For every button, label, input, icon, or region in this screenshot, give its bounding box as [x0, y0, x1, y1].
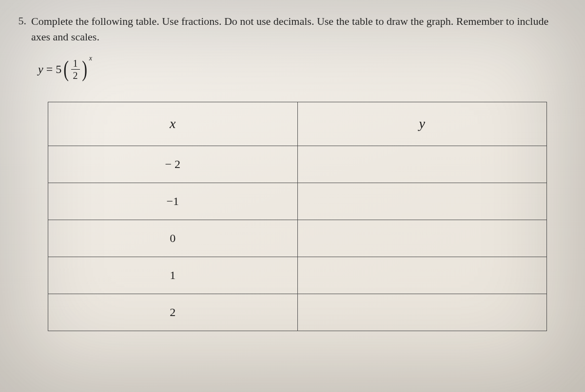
equation-parenthesized: ( 1 2 ) — [62, 58, 88, 80]
table-header-x: x — [48, 102, 298, 146]
question-number: 5. — [15, 14, 26, 27]
table-row: − 2 — [48, 146, 547, 183]
question-block: 5. Complete the following table. Use fra… — [15, 14, 561, 45]
equation-fraction: 1 2 — [71, 58, 80, 80]
cell-x: 2 — [48, 294, 298, 331]
table-row: −1 — [48, 183, 547, 220]
cell-y — [297, 294, 547, 331]
equation: y = 5 ( 1 2 ) x — [38, 58, 561, 80]
equation-exponent: x — [89, 55, 92, 62]
table-header-y: y — [297, 102, 547, 146]
right-paren: ) — [82, 60, 87, 78]
values-table: x y − 2 −1 0 1 — [48, 102, 547, 331]
equation-lhs: y — [38, 63, 43, 76]
question-text: Complete the following table. Use fracti… — [31, 14, 561, 45]
left-paren: ( — [64, 60, 69, 78]
cell-x: 0 — [48, 220, 298, 257]
cell-x: − 2 — [48, 146, 298, 183]
table-row: 2 — [48, 294, 547, 331]
fraction-denominator: 2 — [73, 70, 78, 80]
cell-x: −1 — [48, 183, 298, 220]
equation-coefficient: 5 — [56, 63, 61, 76]
cell-y — [297, 257, 547, 294]
page-content: 5. Complete the following table. Use fra… — [0, 0, 585, 346]
cell-y — [297, 146, 547, 183]
cell-y — [297, 183, 547, 220]
values-table-wrap: x y − 2 −1 0 1 — [48, 102, 547, 331]
cell-x: 1 — [48, 257, 298, 294]
table-row: 1 — [48, 257, 547, 294]
cell-y — [297, 220, 547, 257]
fraction-numerator: 1 — [73, 58, 78, 69]
table-row: 0 — [48, 220, 547, 257]
equation-equals: = — [46, 63, 53, 76]
table-header-row: x y — [48, 102, 547, 146]
